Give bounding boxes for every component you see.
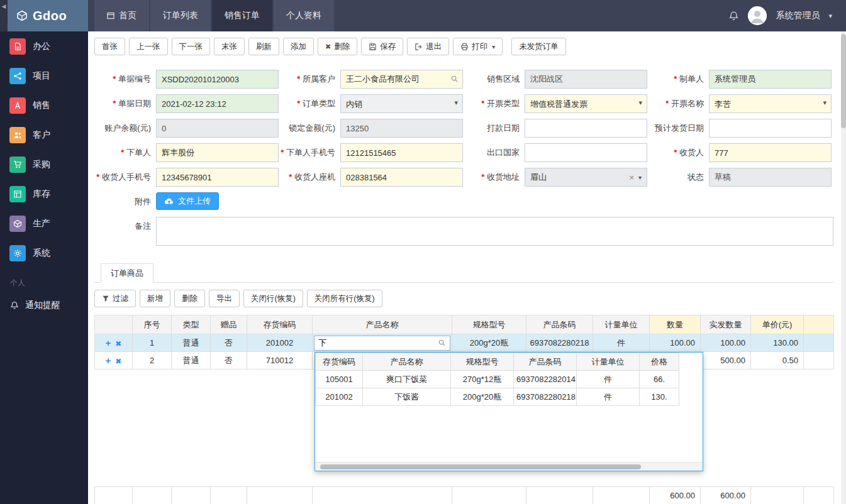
document-icon: [9, 38, 26, 55]
nav-tab-home[interactable]: 首页: [94, 0, 149, 31]
sidebar-item-production[interactable]: 生产: [0, 209, 88, 238]
field-status: 状态: [647, 168, 832, 187]
brand-logo[interactable]: Gdoo: [8, 0, 88, 31]
field-export-country: 出口国家: [463, 143, 647, 162]
delete-button[interactable]: ✖删除: [318, 38, 357, 55]
exit-button[interactable]: 退出: [407, 38, 449, 55]
first-record-button[interactable]: 首张: [94, 38, 125, 55]
cell-seq: 2: [133, 352, 172, 370]
upload-button[interactable]: 文件上传: [156, 192, 219, 210]
grid-delete-button[interactable]: 删除: [174, 290, 205, 307]
button-label: 导出: [216, 293, 232, 304]
button-label: 添加: [291, 41, 306, 52]
product-name-input[interactable]: [314, 336, 450, 351]
cell-unit-price[interactable]: 130.00: [751, 334, 804, 352]
page-scrollbar-thumb[interactable]: [841, 34, 846, 128]
lookup-horizontal-scrollbar[interactable]: [315, 462, 703, 471]
sidebar-item-customer[interactable]: 客户: [0, 120, 88, 150]
grid-add-button[interactable]: 新增: [140, 290, 170, 307]
doc-date-input[interactable]: [156, 94, 279, 113]
items-table-header-row: 序号 类型 赠品 存货编码 产品名称 规格型号 产品条码 计量单位 数量 实发数…: [95, 315, 834, 334]
sidebar-item-project[interactable]: 项目: [0, 61, 88, 90]
field-label: 收货人: [647, 143, 709, 162]
field-label: 下单人手机号: [279, 143, 340, 162]
refresh-button[interactable]: 刷新: [248, 38, 279, 55]
filter-button[interactable]: 过滤: [94, 290, 136, 307]
sidebar-item-office[interactable]: 办公: [0, 31, 88, 61]
field-attachment: 附件 文件上传: [94, 192, 219, 211]
delete-row-icon[interactable]: ✖: [115, 357, 121, 366]
add-row-icon[interactable]: +: [106, 355, 111, 366]
delete-x-icon: ✖: [325, 43, 331, 51]
page-vertical-scrollbar[interactable]: [841, 31, 846, 504]
main-nav: 首页 订单列表 销售订单 个人资料: [94, 0, 335, 31]
button-label: 退出: [426, 41, 442, 52]
locked-amount-input: [340, 119, 463, 138]
creator-input[interactable]: [709, 70, 832, 89]
doc-no-input[interactable]: [156, 70, 279, 89]
cell-actual-qty[interactable]: 500.00: [701, 352, 751, 370]
sidebar-item-notifications[interactable]: 通知提醒: [0, 292, 88, 319]
grid-export-button[interactable]: 导出: [209, 290, 240, 307]
customer-input[interactable]: [340, 70, 463, 89]
notifications-bell-icon[interactable]: [728, 11, 739, 21]
save-button[interactable]: 保存: [361, 38, 403, 55]
pay-date-input[interactable]: [525, 119, 647, 138]
unshipped-orders-button[interactable]: 未发货订单: [511, 38, 566, 55]
sidebar-collapse-icon[interactable]: ◀: [0, 0, 8, 31]
field-label: 附件: [94, 192, 156, 211]
lookup-row-2[interactable]: 201002 下饭酱 200g*20瓶 6937082280218 件 130.: [316, 388, 679, 406]
print-button[interactable]: 打印 ▾: [453, 38, 503, 55]
remark-textarea[interactable]: [156, 217, 833, 246]
customer-search-icon[interactable]: [450, 75, 459, 83]
next-record-button[interactable]: 下一张: [172, 38, 211, 55]
cell-unit-price[interactable]: 0.50: [751, 352, 804, 370]
field-invoice-name: 开票名称 李苦: [647, 94, 832, 113]
order-type-select[interactable]: 内销: [340, 94, 463, 113]
consignee-tel-input[interactable]: [340, 168, 463, 187]
cloud-upload-icon: [164, 197, 174, 205]
lookup-cell: 件: [577, 371, 640, 388]
delete-row-icon[interactable]: ✖: [115, 339, 121, 348]
cube-icon: [9, 216, 26, 232]
cell-actual-qty[interactable]: 100.00: [701, 334, 751, 352]
user-menu-caret-icon[interactable]: ▾: [828, 12, 832, 20]
sidebar-item-inventory[interactable]: 库存: [0, 179, 88, 209]
last-record-button[interactable]: 末张: [214, 38, 245, 55]
username[interactable]: 系统管理员: [776, 10, 820, 21]
nav-tab-sales-order[interactable]: 销售订单: [212, 0, 272, 31]
field-locked-amount: 锁定金额(元): [279, 119, 463, 138]
lookup-scrollbar-thumb[interactable]: [320, 464, 641, 469]
orderer-input[interactable]: [156, 143, 279, 162]
address-clear-icon[interactable]: ×: [629, 173, 634, 182]
tab-order-items[interactable]: 订单商品: [101, 263, 153, 283]
cell-barcode: 6937082280218: [526, 334, 593, 352]
nav-tab-order-list[interactable]: 订单列表: [150, 0, 211, 31]
consignee-phone-input[interactable]: [156, 168, 279, 187]
nav-tab-label: 首页: [119, 10, 136, 21]
lookup-row-1[interactable]: 105001 爽口下饭菜 270g*12瓶 6937082282014 件 66…: [316, 371, 679, 388]
add-row-icon[interactable]: +: [106, 337, 111, 348]
orderer-phone-input[interactable]: [340, 143, 463, 162]
address-select[interactable]: 眉山 × ▾: [525, 168, 647, 187]
button-label: 未发货订单: [519, 41, 559, 52]
sidebar-item-label: 项目: [33, 70, 50, 82]
est-ship-date-input[interactable]: [709, 119, 832, 138]
prev-record-button[interactable]: 上一张: [129, 38, 168, 55]
sidebar-item-system[interactable]: 系统: [0, 238, 88, 268]
nav-tab-profile[interactable]: 个人资料: [274, 0, 334, 31]
sidebar-item-sales[interactable]: 销售: [0, 90, 88, 120]
close-row-button[interactable]: 关闭行(恢复): [243, 290, 303, 307]
invoice-name-select[interactable]: 李苦: [709, 94, 832, 113]
user-avatar[interactable]: [748, 6, 767, 25]
invoice-type-select[interactable]: 增值税普通发票: [525, 94, 647, 113]
navbar-right: 系统管理员 ▾: [728, 0, 846, 31]
consignee-input[interactable]: [709, 143, 832, 162]
item-row-1[interactable]: +✖ 1 普通 否 201002 200g*20瓶 6937082280218 …: [95, 334, 834, 352]
add-button[interactable]: 添加: [283, 38, 314, 55]
product-search-icon[interactable]: [438, 339, 446, 347]
sidebar-item-purchase[interactable]: 采购: [0, 150, 88, 179]
cell-qty[interactable]: 100.00: [650, 334, 701, 352]
close-all-rows-button[interactable]: 关闭所有行(恢复): [307, 290, 382, 307]
export-country-input[interactable]: [525, 143, 647, 162]
